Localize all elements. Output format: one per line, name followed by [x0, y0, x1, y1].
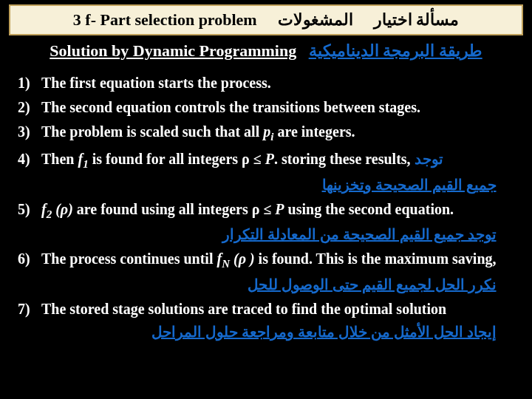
list-item: 5) f2 (ρ) are found using all integers ρ…: [18, 197, 497, 248]
text-fragment: is found for all integers ρ ≤: [89, 151, 265, 167]
text-fragment: are found using all integers ρ ≤: [73, 201, 276, 217]
text-fragment: . storing these results,: [274, 151, 411, 167]
subscript-1: 1: [83, 158, 89, 170]
item-number: 4): [18, 147, 41, 197]
ar-subtext: إيجاد الحل الأمثل من خلال متابعة ومراجعة…: [41, 321, 497, 343]
ordered-list: 1) The first equation starts the process…: [18, 71, 497, 344]
ar-subtext: جميع القيم الصحيحة وتخزينها: [41, 174, 497, 196]
item-text: The second equation controls the transit…: [41, 95, 497, 120]
ar-inline: توجد: [411, 151, 443, 167]
item-text: The stored stage solutions are traced to…: [41, 297, 497, 344]
item-text: Then f1 is found for all integers ρ ≤ P.…: [41, 147, 497, 197]
symbol-p: p: [263, 123, 270, 140]
text-fragment: is found. This is the maximum saving,: [255, 250, 497, 267]
item-number: 2): [18, 95, 41, 120]
rho-arg: (ρ): [52, 201, 73, 217]
item-number: 6): [18, 247, 41, 297]
symbol-P: P: [275, 201, 284, 217]
text-fragment: The stored stage solutions are traced to…: [41, 301, 446, 317]
item-number: 3): [18, 120, 41, 147]
item-text: The problem is scaled such that all pi a…: [41, 120, 497, 147]
subscript-N: N: [222, 258, 230, 270]
title-left: 3 f- Part selection problem: [73, 10, 257, 30]
list-item: 7) The stored stage solutions are traced…: [18, 297, 497, 344]
text-fragment: Then: [41, 151, 78, 167]
list-item: 3) The problem is scaled such that all p…: [18, 120, 497, 147]
text-fragment: are integers.: [273, 123, 355, 140]
text-fragment: using the second equation.: [284, 201, 454, 217]
item-text: f2 (ρ) are found using all integers ρ ≤ …: [41, 197, 497, 248]
item-number: 1): [18, 71, 41, 95]
symbol-f: f: [41, 201, 47, 217]
subtitle-eng: Solution by Dynamic Programming: [50, 41, 296, 60]
subtitle: Solution by Dynamic Programming طريقة ال…: [0, 41, 532, 61]
title-mid-ar: المشغولات: [278, 10, 353, 30]
subtitle-ar: طريقة البرمجة الديناميكية: [309, 41, 482, 60]
title-right-ar: مسألة اختيار: [374, 10, 460, 30]
item-text: The process continues until fN (ρ ) is f…: [41, 247, 497, 297]
list-item: 2) The second equation controls the tran…: [18, 95, 497, 120]
ar-subtext: توجد جميع القيم الصحيحة من المعادلة التك…: [41, 224, 497, 245]
symbol-P: P: [265, 151, 274, 167]
item-number: 5): [18, 197, 41, 248]
title-box: 3 f- Part selection problem المشغولات مس…: [9, 4, 523, 35]
item-text: The first equation starts the process.: [41, 71, 497, 95]
rho-arg: (ρ ): [230, 250, 255, 267]
text-fragment: The process continues until: [41, 250, 216, 267]
text-fragment: The problem is scaled such that all: [41, 123, 263, 140]
list-item: 1) The first equation starts the process…: [18, 71, 497, 95]
content: 1) The first equation starts the process…: [0, 71, 532, 344]
list-item: 4) Then f1 is found for all integers ρ ≤…: [18, 147, 497, 197]
ar-subtext: نكرر الحل لجميع القيم حتى الوصول للحل: [41, 274, 497, 296]
item-number: 7): [18, 297, 41, 344]
list-item: 6) The process continues until fN (ρ ) i…: [18, 247, 497, 297]
